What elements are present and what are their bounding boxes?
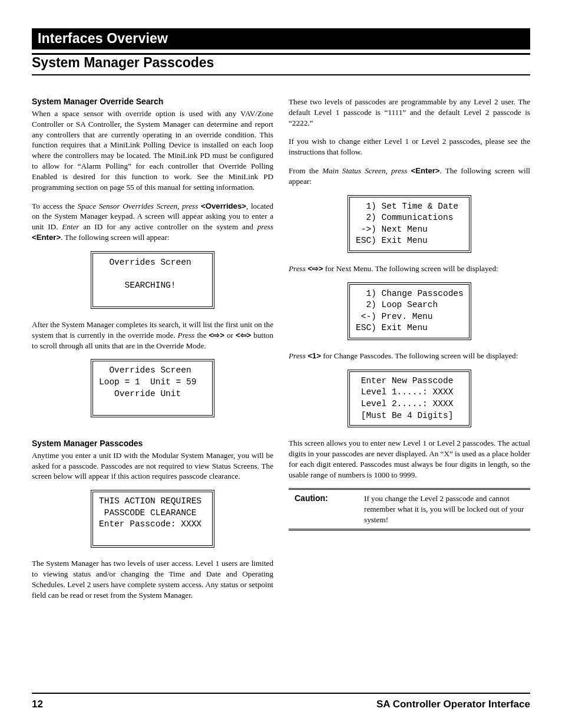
lcd-screen-5: 1) Change Passcodes 2) Loop Search <-) P… [348, 282, 471, 340]
lcd-screen-6: Enter New Passcode Level 1.....: XXXX Le… [348, 370, 471, 427]
text-italic: Main Status Screen [322, 166, 386, 175]
text-italic: press [257, 222, 273, 231]
text: or [224, 331, 236, 340]
caution-text: If you change the Level 2 passcode and c… [364, 493, 530, 525]
text-italic: Press [289, 351, 306, 360]
text: , [177, 202, 182, 210]
right-para-5: Press <1> for Change Passcodes. The foll… [289, 351, 530, 361]
key-right: <⇨> [308, 264, 323, 273]
page-number: 12 [32, 699, 43, 710]
text: the [194, 331, 209, 340]
body-columns: System Manager Override Search When a sp… [32, 97, 530, 609]
page-footer: 12 SA Controller Operator Interface [32, 693, 530, 710]
left-column: System Manager Override Search When a sp… [32, 97, 273, 609]
right-para-1: These two levels of passcodes are progra… [289, 97, 530, 128]
caution-block: Caution: If you change the Level 2 passc… [289, 488, 530, 530]
key-enter: <Enter> [411, 166, 439, 175]
text-italic: Space Sensor Overrides Screen [78, 202, 178, 210]
text: From the [289, 166, 322, 175]
lcd-screen-1: Overrides Screen SEARCHING! [91, 251, 214, 309]
text-italic: press [391, 166, 407, 175]
text: , [386, 166, 391, 175]
left-heading-1: System Manager Override Search [32, 97, 273, 106]
lcd-screen-3: THIS ACTION REQUIRES PASSCODE CLEARANCE … [91, 490, 214, 548]
text: . The following screen will appear: [61, 233, 169, 242]
text-italic: Press [289, 264, 306, 273]
key-1: <1> [308, 351, 321, 360]
right-para-4: Press <⇨> for Next Menu. The following s… [289, 263, 530, 274]
text: for Change Passcodes. The following scre… [321, 351, 518, 360]
right-para-6: This screen allows you to enter new Leve… [289, 438, 530, 480]
left-para-3: After the System Manager completes its s… [32, 319, 273, 351]
lcd-screen-2: Overrides Screen Loop = 1 Unit = 59 Over… [91, 359, 214, 417]
key-left: <⇦> [236, 331, 251, 340]
section-bar: Interfaces Overview [32, 28, 530, 50]
left-para-4: Anytime you enter a unit ID with the Mod… [32, 450, 273, 482]
text-italic: press [182, 202, 198, 210]
key-enter: <Enter> [32, 233, 61, 242]
caution-label: Caution: [289, 493, 353, 525]
key-overrides: <Overrides> [201, 202, 246, 210]
text: for Next Menu. The following screen will… [323, 264, 498, 273]
doc-title: SA Controller Operator Interface [376, 699, 530, 710]
text-italic: Enter [62, 222, 79, 231]
page-title: System Manager Passcodes [32, 55, 530, 75]
text: To access the [32, 202, 78, 210]
text-italic: Press [178, 331, 195, 340]
key-right: <⇨> [209, 331, 224, 340]
left-para-1: When a space sensor with override option… [32, 108, 273, 193]
right-column: These two levels of passcodes are progra… [289, 97, 530, 609]
right-para-2: If you wish to change either Level 1 or … [289, 136, 530, 157]
right-para-3: From the Main Status Screen, press <Ente… [289, 166, 530, 187]
left-para-5: The System Manager has two levels of use… [32, 558, 273, 600]
left-para-2: To access the Space Sensor Overrides Scr… [32, 201, 273, 243]
lcd-screen-4: 1) Set Time & Date 2) Communications ->)… [348, 195, 471, 253]
text: an ID for any active controller on the s… [79, 222, 257, 231]
left-heading-2: System Manager Passcodes [32, 439, 273, 448]
